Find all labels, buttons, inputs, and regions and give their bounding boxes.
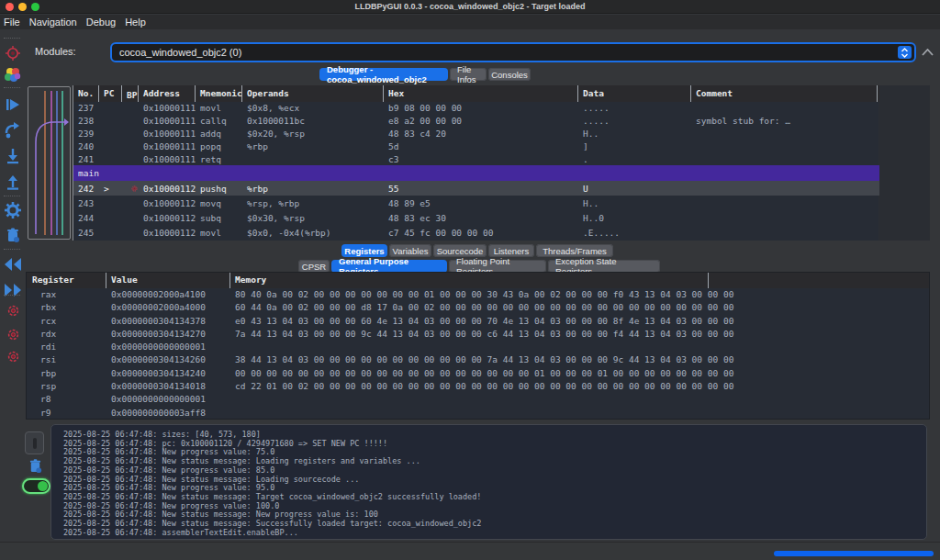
sidebar-toolbar	[0, 30, 26, 560]
register-col-header: Register	[32, 274, 74, 285]
disasm-cell-operands: %rsp, %rbp	[242, 198, 384, 208]
chevron-up-icon[interactable]	[920, 45, 935, 60]
disasm-row-245[interactable]: 2450x100001128movl$0x0, -0x4(%rbp)c7 45 …	[73, 226, 879, 241]
status-bar	[0, 542, 940, 560]
disasm-cell-address: 0x100001120	[139, 184, 196, 194]
disasm-cell-address: 0x10000111e	[139, 141, 196, 151]
disasm-row-243[interactable]: 2430x100001121movq%rsp, %rbp48 89 e5H..	[73, 196, 879, 210]
tab-listeners[interactable]: Listeners	[488, 244, 534, 257]
disasm-row-242[interactable]: 242>0x100001120pushq%rbp55U	[73, 181, 879, 196]
disasm-cell-hex: 5d	[384, 141, 578, 151]
register-row-rcx[interactable]: rcx0x0000000304134378e0 43 13 04 03 00 0…	[27, 315, 929, 328]
tab-threads-frames[interactable]: Threads/Frames	[536, 244, 613, 257]
window-title: LLDBPyGUI 0.0.3 - cocoa_windowed_objc2 -…	[0, 2, 940, 11]
register-row-rdi[interactable]: rdi0x0000000000000001	[27, 341, 929, 353]
disasm-cell-mnemonic: addq	[196, 129, 242, 139]
menu-help[interactable]: Help	[125, 17, 146, 28]
menu-navigation[interactable]: Navigation	[29, 17, 77, 28]
disasm-cell-no: 245	[73, 228, 99, 238]
tab-registers[interactable]: Registers	[341, 244, 387, 257]
tab-variables[interactable]: Variables	[389, 244, 431, 257]
log-autoscroll-toggle[interactable]	[22, 478, 50, 494]
disasm-row-237[interactable]: 2370x100001110movl$0x8, %ecxb9 08 00 00 …	[73, 102, 879, 115]
clear-log-button[interactable]	[25, 455, 45, 476]
sidebar-separator	[4, 196, 20, 196]
register-row-r8[interactable]: r80x0000000000000001	[27, 393, 929, 406]
disasm-body[interactable]: 2370x100001110movl$0x8, %ecxb9 08 00 00 …	[73, 102, 879, 241]
menu-file[interactable]: File	[4, 17, 20, 28]
register-value: 0x000000000003aff8	[111, 408, 206, 418]
disasm-row-241[interactable]: 2410x10000111fretqc3.	[73, 152, 879, 165]
rewind-icon[interactable]	[3, 254, 23, 274]
register-row-rbx[interactable]: rbx0x00000002000a400060 44 0a 00 02 00 0…	[27, 301, 929, 314]
tab-floating-point-registers[interactable]: Floating Point Registers	[449, 260, 546, 273]
disasm-row-240[interactable]: 2400x10000111epopq%rbp5d]	[73, 140, 879, 152]
disasm-cell-bp[interactable]	[122, 184, 139, 194]
disasm-row-239[interactable]: 2390x10000111aaddq$0x20, %rsp48 83 c4 20…	[73, 128, 879, 140]
register-value: 0x0000000304134260	[111, 354, 206, 364]
settings-gear-icon[interactable]	[3, 200, 23, 220]
function-label: main	[73, 168, 99, 178]
register-row-rdx[interactable]: rdx0x00000003041342707a 44 13 04 03 00 0…	[27, 328, 929, 341]
disasm-cell-pc: >	[99, 184, 122, 194]
disassembly-table[interactable]: No.PCBPAddressMnemonicOperandsHexDataCom…	[73, 85, 878, 241]
disasm-cell-hex: b9 08 00 00 00	[384, 103, 578, 113]
fast-forward-icon[interactable]	[3, 280, 23, 300]
tab-general-purpose-registers[interactable]: General Purpose Registers	[331, 260, 447, 273]
register-name: rbp	[40, 368, 56, 378]
log-output[interactable]: 2025-08-25 06:47:48: sizes: [40, 573, 18…	[50, 424, 927, 540]
register-body[interactable]: rax0x00000002000a410080 40 0a 00 02 00 0…	[27, 288, 929, 420]
modules-dropdown[interactable]: cocoa_windowed_objc2 (0)	[110, 42, 916, 62]
tab-sourcecode[interactable]: Sourcecode	[433, 244, 487, 257]
disasm-cell-operands: $0x30, %rsp	[242, 213, 384, 223]
step-into-icon[interactable]	[3, 146, 23, 166]
menu-debug[interactable]: Debug	[86, 17, 116, 28]
register-memory: 38 44 13 04 03 00 00 00 00 00 00 00 00 0…	[235, 354, 733, 364]
disasm-cell-operands: %rbp	[242, 184, 384, 194]
disasm-col-mnemonic: Mnemonic	[196, 85, 242, 102]
run-over-icon[interactable]	[3, 120, 23, 140]
register-header: Register Value Memory	[27, 273, 929, 288]
disasm-cell-address: 0x100001128	[139, 228, 196, 238]
trash-icon[interactable]	[3, 225, 23, 245]
register-name: rax	[40, 289, 56, 299]
register-table[interactable]: Register Value Memory rax0x00000002000a4…	[26, 272, 930, 420]
target-3-icon[interactable]	[3, 346, 23, 366]
tab-exception-state-registers[interactable]: Exception State Registers	[548, 260, 660, 273]
toggle-knob	[38, 481, 48, 491]
register-name: rcx	[40, 316, 56, 326]
disasm-label-row[interactable]: main	[73, 165, 879, 181]
log-scroll-lock-button[interactable]	[25, 431, 44, 454]
memory-col-header: Memory	[235, 274, 266, 285]
disasm-row-238[interactable]: 2380x100001115callq0x1000011bce8 a2 00 0…	[73, 115, 879, 128]
tab-file-infos[interactable]: File Infos	[450, 68, 487, 81]
sidebar-separator	[4, 38, 20, 39]
modules-color-icon[interactable]	[3, 65, 23, 85]
breakpoint-target-icon[interactable]	[3, 43, 23, 63]
disasm-cell-hex: 48 83 c4 20	[384, 129, 578, 139]
tab-consoles[interactable]: Consoles	[488, 68, 531, 81]
step-out-icon[interactable]	[3, 172, 23, 192]
disasm-cell-address: 0x100001124	[139, 213, 196, 223]
disasm-cell-data: .	[578, 154, 691, 164]
disasm-row-244[interactable]: 2440x100001124subq$0x30, %rsp48 83 ec 30…	[73, 210, 879, 225]
disasm-col-data: Data	[578, 85, 691, 102]
register-name: r9	[40, 408, 50, 418]
continue-icon[interactable]	[3, 95, 23, 115]
register-row-rsp[interactable]: rsp0x0000000304134018cd 22 01 00 02 00 0…	[27, 380, 929, 393]
register-row-r9[interactable]: r90x000000000003aff8	[27, 407, 929, 420]
register-value: 0x0000000000000001	[111, 342, 206, 352]
register-row-rsi[interactable]: rsi0x000000030413426038 44 13 04 03 00 0…	[27, 353, 929, 366]
titlebar: LLDBPyGUI 0.0.3 - cocoa_windowed_objc2 -…	[0, 0, 940, 14]
disasm-cell-hex: e8 a2 00 00 00	[384, 116, 578, 126]
modules-dropdown-value: cocoa_windowed_objc2 (0)	[119, 47, 241, 58]
register-row-rbp[interactable]: rbp0x000000030413424000 00 00 00 00 00 0…	[27, 367, 929, 380]
disasm-cell-no: 237	[73, 103, 99, 113]
tab-cpsr[interactable]: CPSR	[298, 260, 330, 273]
target-2-icon[interactable]	[3, 324, 23, 344]
target-1-icon[interactable]	[3, 300, 23, 320]
dropdown-stepper-icon[interactable]	[898, 46, 912, 59]
register-row-rax[interactable]: rax0x00000002000a410080 40 0a 00 02 00 0…	[27, 288, 929, 301]
tab-debugger[interactable]: Debugger - cocoa_windowed_objc2	[319, 68, 448, 81]
register-memory: 7a 44 13 04 03 00 00 00 9c 44 13 04 03 0…	[235, 329, 733, 339]
